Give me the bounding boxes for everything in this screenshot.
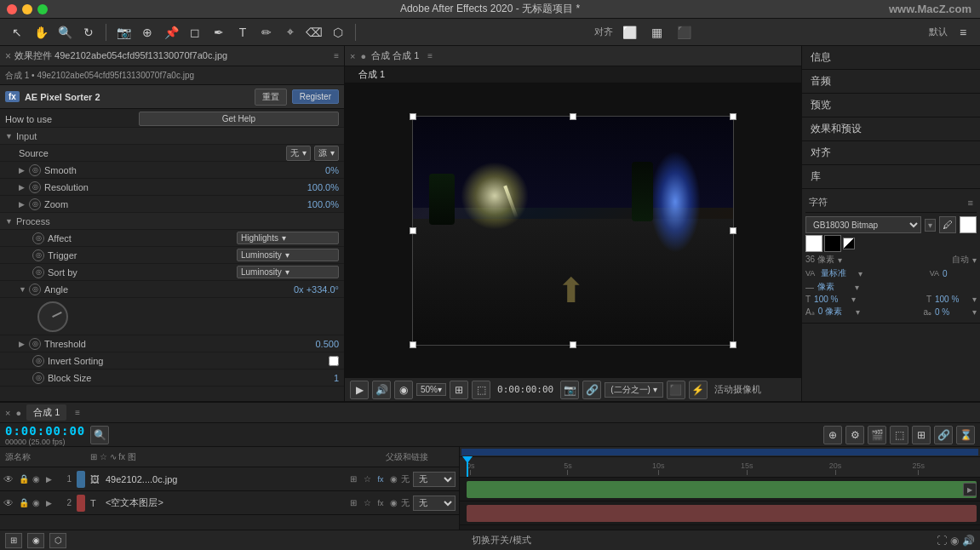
handle-ml[interactable] xyxy=(410,227,416,234)
preview-play-btn[interactable]: ▶ xyxy=(350,381,369,399)
preview-solo-btn[interactable]: ◉ xyxy=(394,381,413,399)
register-btn[interactable]: Register xyxy=(292,89,339,104)
threshold-value[interactable]: 0.500 xyxy=(315,339,339,349)
work-area-bar[interactable] xyxy=(461,449,978,455)
brush-tool[interactable]: ✏ xyxy=(256,22,277,43)
align-right[interactable]: ⬛ xyxy=(674,22,695,43)
source-dropdown-2[interactable]: 源 ▾ xyxy=(314,146,339,161)
input-arrow[interactable]: ▼ xyxy=(5,132,13,140)
get-help-btn[interactable]: Get Help xyxy=(139,112,339,126)
handle-br[interactable] xyxy=(730,341,736,348)
align-left[interactable]: ⬜ xyxy=(620,22,640,43)
handle-tl[interactable] xyxy=(410,113,416,120)
playhead[interactable] xyxy=(467,457,468,477)
rotate-tool[interactable]: ↻ xyxy=(78,22,99,43)
timeline-tab-comp[interactable]: 合成 1 xyxy=(26,404,66,421)
resolution-expand[interactable]: ▶ xyxy=(19,183,29,192)
layer-1-solo[interactable]: ◉ xyxy=(32,474,43,484)
layer-1-expand[interactable]: ▶ xyxy=(46,475,54,484)
comp-tab[interactable]: 合成 1 xyxy=(350,67,393,81)
track-1-end-btn[interactable]: ▶ xyxy=(963,483,977,496)
eraser-tool[interactable]: ⌫ xyxy=(304,22,324,43)
close-button[interactable] xyxy=(7,4,17,14)
layer-1-parent-select[interactable]: 无 xyxy=(413,472,456,487)
arrow-tool[interactable]: ↖ xyxy=(7,22,27,43)
panel-close-btn[interactable]: × xyxy=(5,50,11,62)
handle-bl[interactable] xyxy=(410,341,416,348)
layer-2-parent-select[interactable]: 无 xyxy=(413,496,456,511)
tl-btn-5[interactable]: ⊞ xyxy=(912,426,931,444)
camera-tool[interactable]: 📷 xyxy=(113,22,134,43)
comp-close[interactable]: × xyxy=(350,51,355,61)
audio-panel-item[interactable]: 音频 xyxy=(802,70,980,94)
trigger-dropdown[interactable]: Luminosity ▾ xyxy=(237,249,339,261)
tl-search-btn[interactable]: 🔍 xyxy=(90,426,109,444)
time-display[interactable]: 0:00:00:00 xyxy=(5,424,85,438)
footer-icon-2[interactable]: ◉ xyxy=(950,535,959,547)
preview-zoom-select[interactable]: 50%▾ xyxy=(416,383,446,396)
info-panel-item[interactable]: 信息 xyxy=(802,46,980,70)
pen-tool[interactable]: ✒ xyxy=(209,22,229,43)
layer-2-name[interactable]: <空文本图层> xyxy=(106,496,344,509)
footer-btn-1[interactable]: ⊞ xyxy=(5,533,22,548)
puppet-tool[interactable]: 📌 xyxy=(161,22,181,43)
text-color-black[interactable] xyxy=(824,235,841,252)
layer-2-switch-fx[interactable]: fx xyxy=(375,497,387,509)
preview-panel-item[interactable]: 预览 xyxy=(802,94,980,117)
angle-dial[interactable] xyxy=(37,301,68,332)
source-dropdown-1[interactable]: 无 ▾ xyxy=(286,146,311,161)
color-swatch-btn[interactable] xyxy=(960,216,977,233)
zoom-expand[interactable]: ▶ xyxy=(19,200,29,209)
tl-btn-4[interactable]: ⬚ xyxy=(890,426,908,444)
angle-expand[interactable]: ▼ xyxy=(19,285,29,294)
sort-by-dropdown[interactable]: Luminosity ▾ xyxy=(237,266,339,278)
font-select[interactable]: GB18030 Bitmap xyxy=(805,216,921,233)
footer-icon-3[interactable]: 🔊 xyxy=(962,535,975,547)
fraction-select[interactable]: (二分之一) ▾ xyxy=(605,382,662,398)
smooth-expand[interactable]: ▶ xyxy=(19,166,29,175)
layer-2-expand[interactable]: ▶ xyxy=(46,499,54,507)
viewer-btn[interactable]: ⬛ xyxy=(667,381,685,399)
workspace-menu[interactable]: ≡ xyxy=(953,22,973,43)
font-style-select[interactable]: ▾ xyxy=(925,219,936,232)
preview-audio-btn[interactable]: 🔊 xyxy=(372,381,391,399)
align-center[interactable]: ▦ xyxy=(647,22,668,43)
layer-1-switch-fx[interactable]: fx xyxy=(375,473,387,485)
footer-icon-1[interactable]: ⛶ xyxy=(937,535,947,547)
text-color-split[interactable] xyxy=(843,238,855,249)
affect-dropdown[interactable]: Highlights ▾ xyxy=(237,232,339,244)
zoom-tool[interactable]: 🔍 xyxy=(54,22,75,43)
minimize-button[interactable] xyxy=(22,4,32,14)
fit-btn[interactable]: ⊞ xyxy=(450,381,468,399)
text-tool[interactable]: T xyxy=(232,22,253,43)
layer-2-switch-1[interactable]: ⊞ xyxy=(347,497,359,509)
angle-value[interactable]: 0x +334.0° xyxy=(294,284,339,295)
layer-1-switch-1[interactable]: ⊞ xyxy=(347,473,359,485)
layer-2-solo[interactable]: ◉ xyxy=(32,498,43,507)
zoom-value[interactable]: 100.0% xyxy=(307,199,339,209)
maximize-button[interactable] xyxy=(37,4,48,14)
invert-checkbox[interactable] xyxy=(329,356,339,366)
tl-btn-3[interactable]: 🎬 xyxy=(868,426,886,444)
layer-1-switch-2[interactable]: ☆ xyxy=(361,473,373,485)
panel-menu-btn[interactable]: ≡ xyxy=(334,51,339,60)
reset-btn[interactable]: 重置 xyxy=(255,89,287,106)
track-2-bar[interactable] xyxy=(467,505,977,522)
layer-2-lock[interactable]: 🔒 xyxy=(19,498,29,507)
tl-btn-1[interactable]: ⊕ xyxy=(823,426,842,444)
align-panel-item[interactable]: 对齐 xyxy=(802,141,980,165)
handle-bm[interactable] xyxy=(570,341,576,348)
threshold-expand[interactable]: ▶ xyxy=(19,340,29,348)
text-color-white[interactable] xyxy=(805,235,822,252)
tl-btn-2[interactable]: ⚙ xyxy=(845,426,864,444)
handle-tm[interactable] xyxy=(570,113,576,120)
region-btn[interactable]: ⬚ xyxy=(472,381,490,399)
handle-mr[interactable] xyxy=(730,227,736,234)
process-arrow[interactable]: ▼ xyxy=(5,217,13,226)
layer-1-eye[interactable]: 👁 xyxy=(3,473,15,485)
shape-tool[interactable]: ◻ xyxy=(185,22,205,43)
eyedropper-btn[interactable]: 🖊 xyxy=(939,216,956,233)
tl-btn-6[interactable]: 🔗 xyxy=(934,426,953,444)
clone-tool[interactable]: ⌖ xyxy=(280,22,301,43)
layer-1-lock[interactable]: 🔒 xyxy=(19,474,29,484)
